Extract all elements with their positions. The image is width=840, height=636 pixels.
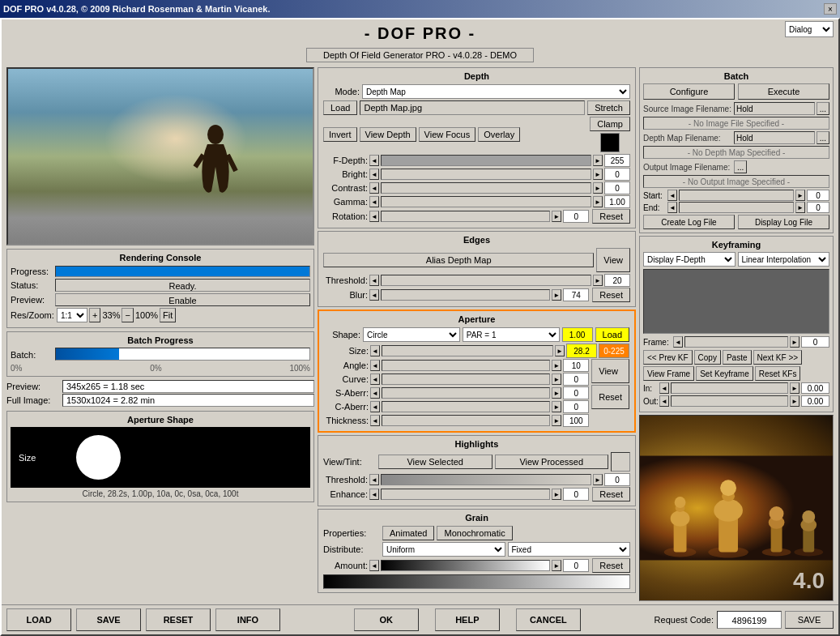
size-right-arrow[interactable]: ► xyxy=(555,345,565,356)
stretch-button[interactable]: Stretch xyxy=(587,100,630,115)
aperture-reset-button[interactable]: Reset xyxy=(591,385,629,409)
kf-display-dropdown[interactable]: Display F-Depth xyxy=(643,252,736,267)
help-button[interactable]: HELP xyxy=(435,608,500,631)
save-button[interactable]: SAVE xyxy=(76,608,141,631)
grain-left[interactable]: ◄ xyxy=(369,560,379,571)
depth-browse-button[interactable]: ... xyxy=(817,131,829,144)
bright-right-arrow[interactable]: ► xyxy=(593,169,603,180)
depth-load-button[interactable]: Load xyxy=(323,100,357,115)
set-keyframe-button[interactable]: Set Keyframe xyxy=(696,366,753,381)
grain-distribute-dropdown[interactable]: Uniform xyxy=(382,542,505,557)
threshold-right-arrow[interactable]: ► xyxy=(593,275,603,286)
out-left-arrow[interactable]: ◄ xyxy=(659,395,669,407)
caberr-right-arrow[interactable]: ► xyxy=(552,401,561,412)
start-left-arrow[interactable]: ◄ xyxy=(667,190,677,201)
frame-left-arrow[interactable]: ◄ xyxy=(673,336,683,348)
color-box[interactable] xyxy=(600,133,620,152)
curve-right-arrow[interactable]: ► xyxy=(552,373,561,385)
depth-reset-button[interactable]: Reset xyxy=(592,209,630,224)
kf-interp-dropdown[interactable]: Linear Interpolation xyxy=(738,252,830,267)
gamma-track[interactable] xyxy=(381,196,591,207)
saberr-right-arrow[interactable]: ► xyxy=(552,387,561,399)
rotation-right-arrow[interactable]: ► xyxy=(552,211,561,222)
enhance-right[interactable]: ► xyxy=(552,489,561,500)
rotation-track[interactable] xyxy=(381,211,550,222)
zoom-plus-button[interactable]: + xyxy=(89,308,100,322)
invert-button[interactable]: Invert xyxy=(323,127,357,142)
fdepth-track[interactable] xyxy=(381,155,591,166)
fdepth-left-arrow[interactable]: ◄ xyxy=(369,155,379,166)
angle-track[interactable] xyxy=(382,360,550,371)
out-track[interactable] xyxy=(671,395,788,407)
caberr-left-arrow[interactable]: ◄ xyxy=(370,401,380,412)
threshold-track[interactable] xyxy=(381,275,591,286)
caberr-track[interactable] xyxy=(382,401,550,412)
copy-kf-button[interactable]: Copy xyxy=(694,350,721,365)
aperture-load-button[interactable]: Load xyxy=(595,327,629,342)
cancel-button[interactable]: CANCEL xyxy=(516,608,581,631)
create-log-button[interactable]: Create Log File xyxy=(643,215,735,229)
edges-view-button[interactable]: View xyxy=(596,248,630,272)
frame-right-arrow[interactable]: ► xyxy=(790,336,799,348)
angle-right-arrow[interactable]: ► xyxy=(552,360,561,371)
grain-monochromatic-button[interactable]: Monochromatic xyxy=(437,526,512,540)
enhance-left[interactable]: ◄ xyxy=(369,489,379,500)
gamma-left-arrow[interactable]: ◄ xyxy=(369,196,379,207)
load-button[interactable]: LOAD xyxy=(6,608,71,631)
curve-left-arrow[interactable]: ◄ xyxy=(370,373,380,385)
view-processed-button[interactable]: View Processed xyxy=(495,455,609,469)
zoom-minus-button[interactable]: − xyxy=(122,308,133,322)
in-track[interactable] xyxy=(671,382,788,394)
end-left-arrow[interactable]: ◄ xyxy=(667,202,677,213)
paste-kf-button[interactable]: Paste xyxy=(723,350,752,365)
hl-threshold-right[interactable]: ► xyxy=(593,474,603,485)
gamma-right-arrow[interactable]: ► xyxy=(593,196,603,207)
clamp-button[interactable]: Clamp xyxy=(590,117,630,131)
saberr-track[interactable] xyxy=(382,387,550,399)
thickness-track[interactable] xyxy=(382,415,550,426)
output-browse-button[interactable]: ... xyxy=(734,160,747,173)
in-right-arrow[interactable]: ► xyxy=(790,382,799,394)
enhance-track[interactable] xyxy=(381,489,550,500)
highlights-reset-button[interactable]: Reset xyxy=(592,487,630,502)
close-button[interactable]: × xyxy=(824,3,837,15)
info-button[interactable]: INFO xyxy=(215,608,280,631)
thickness-right-arrow[interactable]: ► xyxy=(552,415,561,426)
blur-right-arrow[interactable]: ► xyxy=(552,289,561,301)
source-browse-button[interactable]: ... xyxy=(817,102,829,115)
end-right-arrow[interactable]: ► xyxy=(795,202,805,213)
saberr-left-arrow[interactable]: ◄ xyxy=(370,387,380,399)
mode-dropdown[interactable]: Depth Map xyxy=(362,84,630,99)
ok-button[interactable]: OK xyxy=(354,608,419,631)
zoom-select[interactable]: 1:1 xyxy=(57,308,87,322)
blur-left-arrow[interactable]: ◄ xyxy=(369,289,379,301)
save-right-button[interactable]: SAVE xyxy=(785,611,834,629)
view-selected-button[interactable]: View Selected xyxy=(378,455,492,469)
reset-kfs-button[interactable]: Reset KFs xyxy=(755,366,801,381)
start-right-arrow[interactable]: ► xyxy=(795,190,805,201)
configure-button[interactable]: Configure xyxy=(643,83,735,100)
contrast-left-arrow[interactable]: ◄ xyxy=(369,182,379,194)
fit-button[interactable]: Fit xyxy=(160,308,176,322)
view-depth-button[interactable]: View Depth xyxy=(360,127,416,142)
par-dropdown[interactable]: PAR = 1 xyxy=(463,327,560,342)
overlay-button[interactable]: Overlay xyxy=(478,127,520,142)
execute-button[interactable]: Execute xyxy=(738,83,829,100)
thickness-left-arrow[interactable]: ◄ xyxy=(370,415,380,426)
hl-threshold-track[interactable] xyxy=(381,474,591,485)
enable-button[interactable]: Enable xyxy=(55,293,310,306)
blur-track[interactable] xyxy=(381,289,550,301)
prev-kf-button[interactable]: << Prev KF xyxy=(643,350,693,365)
angle-left-arrow[interactable]: ◄ xyxy=(370,360,380,371)
frame-track[interactable] xyxy=(684,336,788,348)
threshold-left-arrow[interactable]: ◄ xyxy=(369,275,379,286)
bright-track[interactable] xyxy=(381,169,591,180)
end-track[interactable] xyxy=(679,202,794,213)
out-right-arrow[interactable]: ► xyxy=(790,395,799,407)
next-kf-button[interactable]: Next KF >> xyxy=(753,350,803,365)
view-focus-button[interactable]: View Focus xyxy=(419,127,476,142)
reset-button[interactable]: RESET xyxy=(146,608,211,631)
aperture-view-button[interactable]: View xyxy=(591,359,629,383)
dialog-dropdown[interactable]: Dialog xyxy=(785,21,834,37)
size-track[interactable] xyxy=(382,345,553,356)
